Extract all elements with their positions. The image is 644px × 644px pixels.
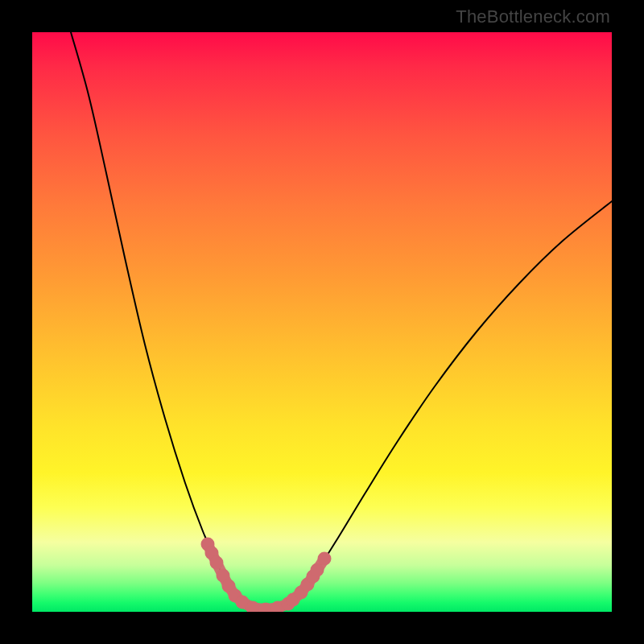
bottleneck-curve [71, 32, 612, 610]
marker-dot [311, 564, 324, 577]
chart-frame: TheBottleneck.com [0, 0, 644, 644]
plot-area [32, 32, 612, 612]
marker-dot [210, 556, 224, 570]
attribution-label: TheBottleneck.com [456, 6, 610, 27]
marker-dot [318, 552, 332, 566]
chart-svg [32, 32, 612, 612]
